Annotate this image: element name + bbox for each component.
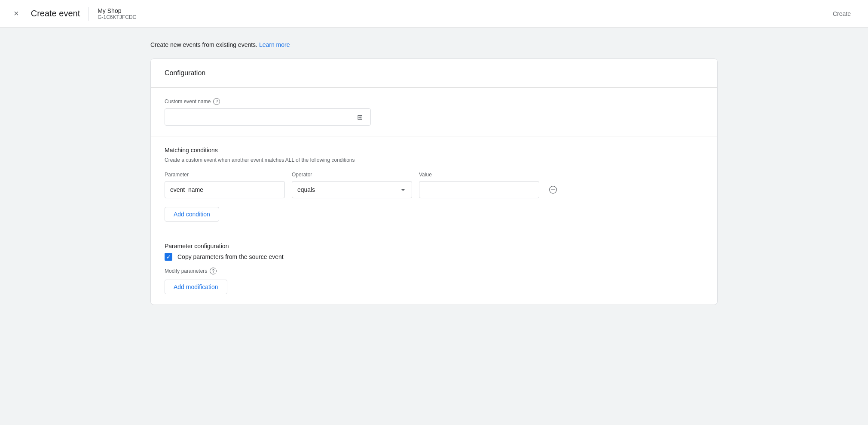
copy-params-label: Copy parameters from the source event	[177, 253, 284, 260]
matching-conditions-desc: Create a custom event when another event…	[165, 157, 703, 163]
close-button[interactable]: ×	[10, 5, 22, 22]
header-left: × Create event My Shop G-1C6KTJFCDC	[10, 5, 136, 22]
modify-params-label-text: Modify parameters	[165, 268, 207, 274]
intro-static-text: Create new events from existing events.	[150, 41, 257, 48]
learn-more-link[interactable]: Learn more	[259, 41, 290, 48]
parameter-config-title: Parameter configuration	[165, 243, 703, 249]
page-title: Create event	[31, 9, 80, 18]
close-icon: ×	[14, 9, 19, 18]
copy-params-row: ✓ Copy parameters from the source event	[165, 253, 703, 261]
header: × Create event My Shop G-1C6KTJFCDC Crea…	[0, 0, 868, 28]
matching-conditions-section: Matching conditions Create a custom even…	[151, 136, 717, 232]
remove-condition-button[interactable]	[546, 183, 560, 197]
modify-params-help-icon[interactable]: ?	[210, 268, 217, 274]
custom-event-label: Custom event name ?	[165, 98, 703, 105]
add-modification-button[interactable]: Add modification	[165, 280, 227, 294]
custom-event-name-section: Custom event name ? ⊞	[151, 88, 717, 136]
operator-select[interactable]: equals contains starts with ends with do…	[292, 181, 412, 198]
config-card: Configuration Custom event name ? ⊞ Matc…	[150, 59, 718, 305]
custom-event-help-icon[interactable]: ?	[213, 98, 220, 105]
matching-conditions-title: Matching conditions	[165, 147, 703, 154]
shop-name: My Shop	[98, 7, 136, 14]
card-header: Configuration	[151, 59, 717, 88]
config-title: Configuration	[165, 69, 205, 77]
custom-event-name-input[interactable]	[165, 108, 371, 126]
checkbox-check-icon: ✓	[166, 254, 171, 260]
value-input[interactable]	[419, 181, 539, 198]
copy-params-checkbox[interactable]: ✓	[165, 253, 172, 261]
value-col-label: Value	[419, 172, 539, 178]
custom-event-label-text: Custom event name	[165, 99, 211, 105]
shop-info: My Shop G-1C6KTJFCDC	[98, 7, 136, 20]
parameter-input[interactable]	[165, 181, 285, 198]
parameter-config-section: Parameter configuration ✓ Copy parameter…	[151, 232, 717, 305]
shop-id: G-1C6KTJFCDC	[98, 14, 136, 20]
conditions-header: Parameter Operator Value	[165, 172, 703, 178]
modify-params-label: Modify parameters ?	[165, 268, 703, 274]
parameter-col-label: Parameter	[165, 172, 285, 178]
header-divider	[89, 7, 89, 21]
create-button[interactable]: Create	[826, 7, 858, 21]
minus-circle-icon	[549, 185, 557, 194]
condition-row: equals contains starts with ends with do…	[165, 181, 703, 198]
add-condition-button[interactable]: Add condition	[165, 207, 219, 222]
operator-col-label: Operator	[292, 172, 412, 178]
intro-text: Create new events from existing events. …	[150, 41, 718, 48]
main-content: Create new events from existing events. …	[133, 28, 735, 319]
